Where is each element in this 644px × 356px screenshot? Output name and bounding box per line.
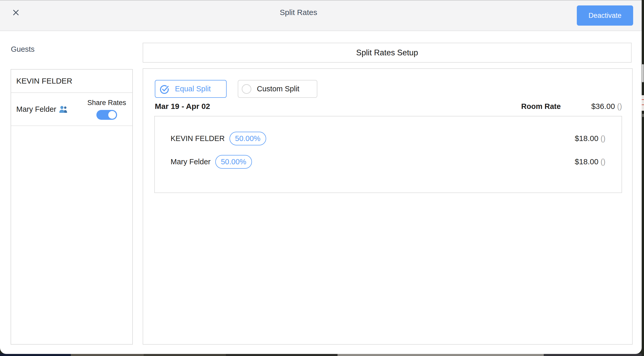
split-row-guest-name: KEVIN FELDER [171,134,225,143]
split-rows-box: KEVIN FELDER 50.00% $18.00 () Mary Felde… [154,116,622,193]
split-row-note: () [601,158,605,166]
split-rates-modal: Split Rates Deactivate Guests KEVIN FELD… [0,0,642,354]
guests-section-label: Guests [11,45,35,54]
page-behind-fragment [642,95,644,111]
setup-title: Split Rates Setup [356,48,418,57]
guest-member-item[interactable]: Mary Felder Share Rates [11,93,132,126]
primary-guest-name: KEVIN FELDER [16,77,72,85]
modal-title: Split Rates [280,8,317,17]
split-row-guest-name: Mary Felder [171,158,211,166]
custom-split-button[interactable]: Custom Split [238,80,317,98]
modal-topbar: Split Rates Deactivate [0,1,642,31]
close-icon [12,9,19,16]
split-rates-setup-panel: Equal Split Custom Split Mar 19 - Apr 02… [143,68,633,345]
equal-split-button[interactable]: Equal Split [155,80,227,98]
guest-list-panel: KEVIN FELDER Mary Felder Share Rates [11,69,133,345]
room-rate-label: Room Rate [521,102,561,111]
people-icon [59,105,68,113]
page-behind-right-strip [642,0,644,356]
guest-member-name: Mary Felder [16,105,56,114]
room-rate-value: $36.00 [591,102,615,111]
scrollbar-thumb[interactable] [642,64,644,82]
toggle-knob [108,111,116,119]
split-row-amount: $18.00 [575,134,599,143]
empty-circle-icon [241,84,252,94]
check-circle-icon [159,84,170,94]
split-row-note: () [601,134,605,143]
page-behind-red-line [642,99,644,100]
primary-guest-item[interactable]: KEVIN FELDER [11,70,132,93]
setup-header: Split Rates Setup [143,43,632,63]
split-percent-pill[interactable]: 50.00% [215,155,252,169]
deactivate-button[interactable]: Deactivate [577,5,633,26]
share-rates-control: Share Rates [87,99,126,120]
split-row: Mary Felder 50.00% $18.00 () [171,150,605,173]
equal-split-label: Equal Split [175,85,211,93]
custom-split-label: Custom Split [257,85,299,93]
rate-summary-line: Mar 19 - Apr 02 Room Rate $36.00 () [155,102,622,111]
share-rates-toggle[interactable] [96,110,117,120]
page-behind-fragment [642,114,644,117]
topbar-title-area: Split Rates [20,8,577,17]
split-mode-options: Equal Split Custom Split [155,80,632,98]
page-behind-red-line [642,105,644,105]
date-range: Mar 19 - Apr 02 [155,102,210,111]
share-rates-label: Share Rates [87,99,126,107]
split-percent-pill[interactable]: 50.00% [229,132,266,145]
close-button[interactable] [11,8,20,17]
room-rate-note: () [617,102,622,111]
split-row: KEVIN FELDER 50.00% $18.00 () [171,127,605,150]
split-row-amount: $18.00 [575,157,599,166]
